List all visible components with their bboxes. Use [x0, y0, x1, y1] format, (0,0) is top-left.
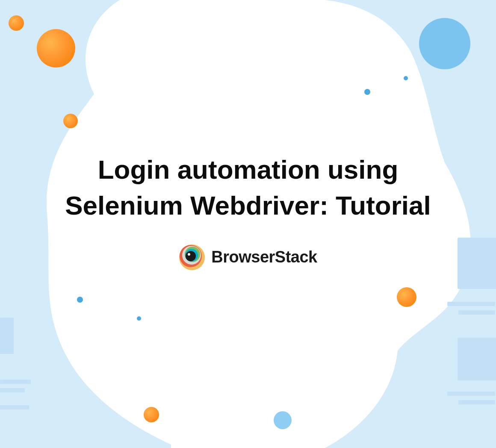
brand-container: BrowserStack — [179, 244, 317, 271]
svg-point-5 — [186, 251, 196, 261]
svg-point-6 — [188, 253, 190, 256]
browserstack-logo-icon — [179, 244, 205, 271]
page-title: Login automation using Selenium Webdrive… — [51, 152, 445, 223]
brand-name: BrowserStack — [211, 248, 317, 266]
